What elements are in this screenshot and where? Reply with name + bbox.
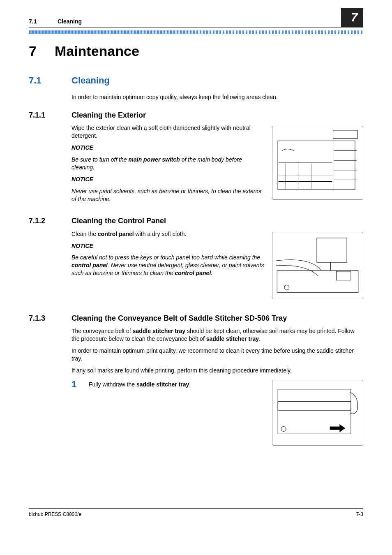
text-fragment: Clean the bbox=[71, 231, 98, 237]
header-section-number: 7.1 bbox=[29, 18, 58, 25]
intro-paragraph: In order to maintain optimum copy qualit… bbox=[71, 93, 363, 101]
control-panel-icon bbox=[272, 232, 363, 299]
svg-rect-13 bbox=[277, 271, 358, 292]
text-fragment: Fully withdraw the bbox=[89, 381, 136, 388]
chapter-name: Maintenance bbox=[55, 42, 139, 61]
subsection-title: Cleaning the Exterior bbox=[71, 110, 146, 120]
body-paragraph: The conveyance belt of saddle stitcher t… bbox=[71, 327, 363, 343]
bold-text: control panel bbox=[71, 262, 108, 268]
section-7-1-body: In order to maintain optimum copy qualit… bbox=[71, 93, 363, 101]
header-chapter-number: 7 bbox=[341, 8, 363, 27]
bold-text: main power switch bbox=[129, 156, 180, 163]
bold-text: saddle stitcher tray bbox=[136, 381, 189, 388]
subsection-number: 7.1.2 bbox=[29, 216, 53, 226]
step-1: 1 Fully withdraw the saddle stitcher tra… bbox=[71, 378, 265, 391]
subsection-number: 7.1.3 bbox=[29, 313, 53, 323]
svg-rect-19 bbox=[278, 402, 351, 411]
header-section-title: Cleaning bbox=[58, 18, 341, 25]
step-body: Fully withdraw the saddle stitcher tray. bbox=[89, 378, 265, 388]
svg-rect-0 bbox=[278, 141, 355, 190]
text-fragment: Be sure to turn off the bbox=[71, 156, 129, 163]
footer-page-number: 7-3 bbox=[356, 511, 363, 518]
subsection-number: 7.1.1 bbox=[29, 110, 53, 120]
section-7-1-1-heading: 7.1.1 Cleaning the Exterior bbox=[29, 110, 363, 120]
text-fragment: . bbox=[259, 335, 261, 342]
text-fragment: with a dry soft cloth. bbox=[134, 231, 187, 237]
svg-point-20 bbox=[281, 427, 286, 432]
svg-point-17 bbox=[284, 285, 289, 290]
subsection-title: Cleaning the Control Panel bbox=[71, 216, 166, 226]
figure-withdraw-tray-icon bbox=[272, 380, 363, 446]
chapter-number: 7 bbox=[29, 42, 37, 61]
bold-text: saddle stitcher tray bbox=[133, 328, 185, 334]
text-fragment: . bbox=[189, 381, 191, 388]
section-7-1-3-heading: 7.1.3 Cleaning the Conveyance Belt of Sa… bbox=[29, 313, 363, 323]
body-paragraph: In order to maintain optimum print quali… bbox=[71, 347, 363, 363]
figure-control-panel-icon bbox=[272, 232, 363, 299]
figure-exterior-icon bbox=[272, 126, 363, 200]
tray-withdraw-icon bbox=[272, 380, 363, 445]
printer-icon bbox=[272, 126, 363, 199]
svg-marker-21 bbox=[330, 424, 346, 432]
bold-text: control panel bbox=[175, 270, 211, 276]
text-fragment: The conveyance belt of bbox=[71, 328, 133, 334]
section-7-1-3-body: The conveyance belt of saddle stitcher t… bbox=[71, 327, 363, 374]
footer-product-name: bizhub PRESS C8000/e bbox=[29, 511, 81, 518]
text-fragment: Be careful not to press the keys or touc… bbox=[71, 254, 260, 261]
chapter-title: 7 Maintenance bbox=[29, 42, 363, 61]
subsection-title: Cleaning the Conveyance Belt of Saddle S… bbox=[71, 313, 287, 323]
text-fragment: . bbox=[211, 270, 212, 276]
section-7-1-heading: 7.1 Cleaning bbox=[29, 74, 363, 87]
section-7-1-2-heading: 7.1.2 Cleaning the Control Panel bbox=[29, 216, 363, 226]
svg-rect-1 bbox=[333, 130, 357, 139]
svg-rect-16 bbox=[336, 271, 351, 280]
svg-rect-14 bbox=[317, 238, 347, 262]
page-footer: bizhub PRESS C8000/e 7-3 bbox=[29, 508, 363, 518]
bold-text: control panel bbox=[98, 231, 134, 237]
page-header: 7.1 Cleaning 7 bbox=[29, 16, 363, 28]
bold-text: saddle stitcher tray bbox=[206, 335, 259, 342]
section-title: Cleaning bbox=[71, 74, 110, 87]
section-number: 7.1 bbox=[29, 74, 53, 87]
decorative-bar bbox=[29, 30, 363, 34]
body-paragraph: If any soil marks are found while printi… bbox=[71, 367, 363, 375]
step-number: 1 bbox=[71, 378, 81, 391]
